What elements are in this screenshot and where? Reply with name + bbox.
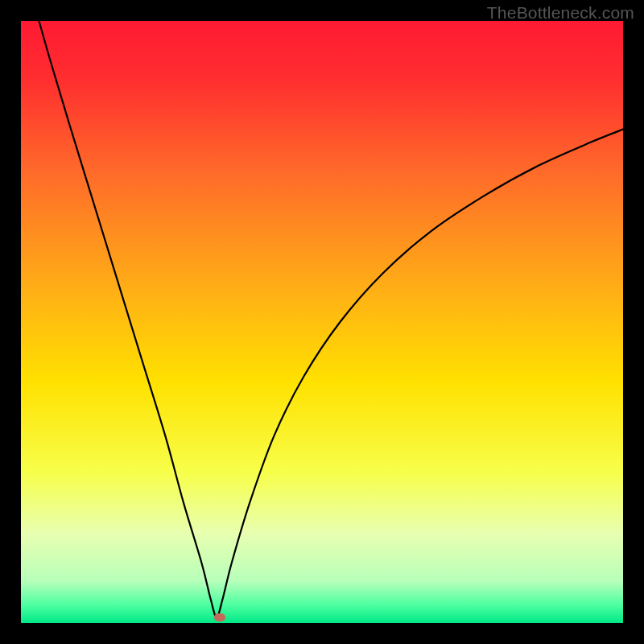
- background-gradient: [21, 21, 623, 623]
- svg-rect-0: [21, 21, 623, 623]
- plot-area: [21, 21, 623, 623]
- optimal-point-marker: [214, 613, 225, 621]
- chart-frame: TheBottleneck.com: [0, 0, 644, 644]
- watermark-text: TheBottleneck.com: [487, 3, 634, 23]
